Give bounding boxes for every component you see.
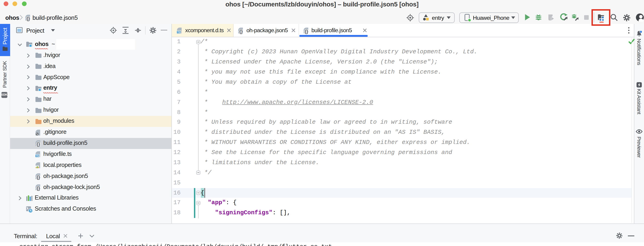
svg-text:TS: TS: [36, 155, 39, 157]
svg-text:{}: {}: [304, 28, 308, 34]
svg-text:{}: {}: [36, 186, 40, 191]
svg-text:{}: {}: [239, 28, 243, 34]
svg-text:{}: {}: [36, 142, 40, 147]
svg-text:{}: {}: [36, 175, 40, 180]
svg-text:{}: {}: [26, 16, 30, 21]
svg-text:TS: TS: [177, 31, 180, 33]
